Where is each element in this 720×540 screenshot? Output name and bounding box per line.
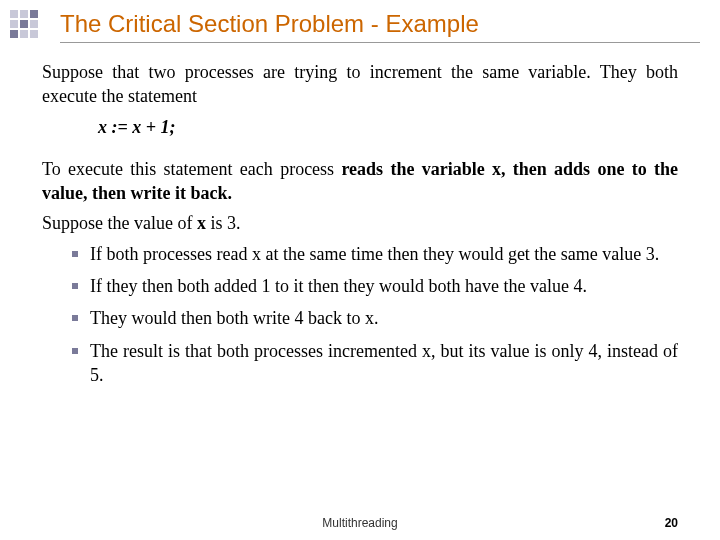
intro-paragraph: Suppose that two processes are trying to…: [42, 60, 678, 109]
list-item: If they then both added 1 to it then the…: [72, 274, 678, 298]
code-statement: x := x + 1;: [98, 115, 678, 139]
text-segment: To execute this statement each process: [42, 159, 341, 179]
suppose-paragraph: Suppose the value of x is 3.: [42, 211, 678, 235]
text-segment: is 3.: [206, 213, 241, 233]
footer-text: Multithreading: [0, 516, 720, 530]
bullet-list: If both processes read x at the same tim…: [72, 242, 678, 387]
explain-paragraph: To execute this statement each process r…: [42, 157, 678, 206]
list-item: The result is that both processes increm…: [72, 339, 678, 388]
list-item: They would then both write 4 back to x.: [72, 306, 678, 330]
bold-x: x: [197, 213, 206, 233]
page-number: 20: [665, 516, 678, 530]
slide-title: The Critical Section Problem - Example: [60, 10, 700, 43]
list-item: If both processes read x at the same tim…: [72, 242, 678, 266]
text-segment: Suppose the value of: [42, 213, 197, 233]
slide-content: Suppose that two processes are trying to…: [42, 60, 678, 395]
corner-decoration: [10, 10, 38, 38]
